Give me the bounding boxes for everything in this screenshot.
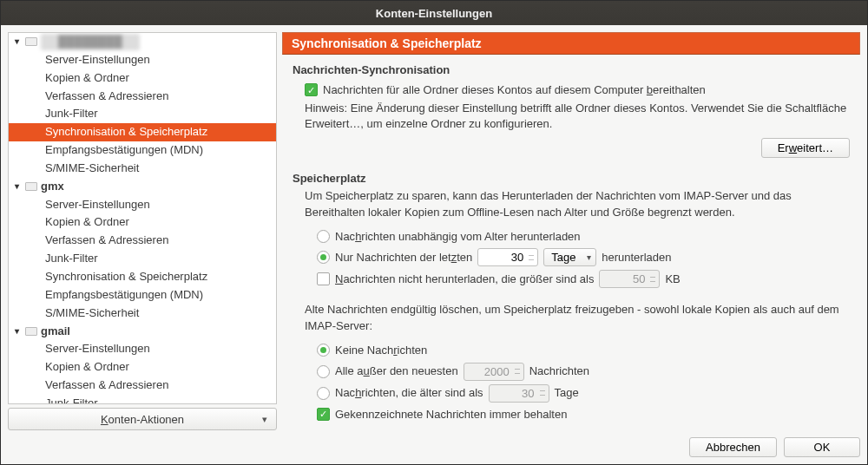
- section-disk: Um Speicherplatz zu sparen, kann das Her…: [293, 188, 850, 424]
- radio-purge-none[interactable]: [317, 344, 330, 357]
- account-name: ████████: [41, 34, 140, 50]
- account-child-row[interactable]: Empfangsbestätigungen (MDN): [9, 286, 276, 305]
- main-panel: Synchronisation & Speicherplatz Nachrich…: [282, 32, 860, 430]
- account-row[interactable]: ▾████████: [9, 33, 276, 51]
- section-sync: ✓ Nachrichten für alle Ordner dieses Kon…: [293, 80, 850, 158]
- sync-hint: Hinweis: Eine Änderung dieser Einstellun…: [305, 101, 850, 134]
- expander-icon[interactable]: ▾: [12, 325, 22, 338]
- ok-button[interactable]: OK: [784, 437, 860, 457]
- account-child-row[interactable]: Server-Einstellungen: [9, 196, 276, 214]
- radio-download-last[interactable]: [317, 251, 330, 264]
- account-child-row[interactable]: Verfassen & Adressieren: [9, 88, 276, 106]
- cancel-button[interactable]: Abbrechen: [689, 437, 777, 457]
- account-child-row[interactable]: Junk-Filter: [9, 395, 276, 404]
- chevron-down-icon: ▾: [262, 414, 267, 425]
- radio-download-all-label: Nachrichten unabhängig vom Alter herunte…: [335, 228, 581, 246]
- radio-purge-older-label: Nachrichten, die älter sind als: [335, 384, 483, 402]
- account-child-row[interactable]: Verfassen & Adressieren: [9, 232, 276, 250]
- disk-intro: Um Speicherplatz zu sparen, kann das Her…: [305, 188, 850, 221]
- purge-except-value: [464, 363, 524, 381]
- account-child-row[interactable]: Kopien & Ordner: [9, 69, 276, 88]
- account-child-row[interactable]: Kopien & Ordner: [9, 358, 276, 377]
- radio-purge-none-label: Keine Nachrichten: [335, 342, 427, 359]
- keep-local-checkbox[interactable]: ✓: [305, 83, 318, 96]
- account-child-row[interactable]: Verfassen & Adressieren: [9, 377, 276, 395]
- expander-icon[interactable]: ▾: [12, 180, 22, 193]
- section-disk-heading: Speicherplatz: [293, 172, 850, 185]
- account-tree[interactable]: ▾████████Server-EinstellungenKopien & Or…: [8, 32, 277, 404]
- purge-intro: Alte Nachrichten endgültig löschen, um S…: [305, 302, 850, 335]
- panel-title: Synchronisation & Speicherplatz: [282, 32, 860, 55]
- radio-purge-except-label: Alle außer den neuesten: [335, 363, 458, 380]
- radio-purge-except[interactable]: [317, 365, 330, 378]
- account-actions-label: Konten-Aktionen: [101, 413, 184, 426]
- advanced-button[interactable]: Erweitert…: [761, 138, 850, 158]
- window-title: Konten-Einstellungen: [376, 7, 492, 20]
- window-titlebar: Konten-Einstellungen: [1, 1, 867, 25]
- size-limit-label: Nachrichten nicht herunterladen, die grö…: [335, 271, 594, 288]
- account-name: gmx: [41, 179, 64, 195]
- account-child-row[interactable]: Server-Einstellungen: [9, 51, 276, 69]
- size-limit-checkbox[interactable]: [317, 272, 330, 285]
- account-child-row[interactable]: Synchronisation & Speicherplatz: [9, 268, 276, 286]
- keep-flagged-label: Gekennzeichnete Nachrichten immer behalt…: [335, 406, 567, 423]
- size-limit-unit: KB: [665, 271, 680, 288]
- account-child-row[interactable]: Junk-Filter: [9, 105, 276, 123]
- account-name: gmail: [41, 324, 70, 340]
- purge-older-suffix: Tage: [555, 384, 579, 402]
- purge-except-suffix: Nachrichten: [529, 363, 589, 380]
- expander-icon[interactable]: ▾: [12, 36, 22, 49]
- account-child-row[interactable]: S/MIME-Sicherheit: [9, 160, 276, 178]
- account-child-row[interactable]: Empfangsbestätigungen (MDN): [9, 141, 276, 160]
- radio-purge-older[interactable]: [317, 387, 330, 400]
- purge-older-value: [489, 384, 549, 403]
- account-row[interactable]: ▾gmail: [9, 323, 276, 341]
- sidebar: ▾████████Server-EinstellungenKopien & Or…: [8, 32, 277, 430]
- account-row[interactable]: ▾gmx: [9, 178, 276, 196]
- mail-icon: [25, 182, 37, 191]
- keep-local-label: Nachrichten für alle Ordner dieses Konto…: [323, 82, 706, 99]
- account-child-row[interactable]: Junk-Filter: [9, 250, 276, 268]
- account-child-row[interactable]: S/MIME-Sicherheit: [9, 305, 276, 323]
- account-child-row[interactable]: Kopien & Ordner: [9, 213, 276, 232]
- size-limit-value: [599, 270, 660, 288]
- content: ▾████████Server-EinstellungenKopien & Or…: [1, 25, 867, 464]
- radio-download-all[interactable]: [317, 230, 330, 243]
- account-child-row[interactable]: Server-Einstellungen: [9, 340, 276, 358]
- section-sync-heading: Nachrichten-Synchronisation: [293, 63, 850, 76]
- download-last-value[interactable]: [477, 248, 538, 266]
- dialog-footer: Abbrechen OK: [8, 430, 860, 457]
- download-last-unit[interactable]: Tage: [543, 248, 596, 266]
- mail-icon: [25, 37, 37, 46]
- download-last-suffix: herunterladen: [602, 249, 671, 266]
- radio-download-last-label: Nur Nachrichten der letzten: [335, 249, 472, 266]
- account-child-row[interactable]: Synchronisation & Speicherplatz: [9, 123, 276, 141]
- panel-body: Nachrichten-Synchronisation ✓ Nachrichte…: [282, 55, 860, 430]
- keep-flagged-checkbox[interactable]: ✓: [317, 408, 330, 421]
- main-area: ▾████████Server-EinstellungenKopien & Or…: [8, 32, 860, 430]
- account-actions-dropdown[interactable]: Konten-Aktionen ▾: [8, 408, 277, 430]
- mail-icon: [25, 327, 37, 336]
